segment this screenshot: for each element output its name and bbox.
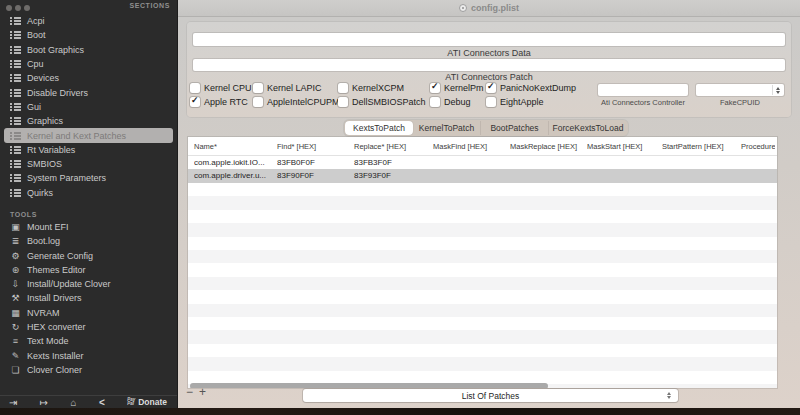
checkbox-box[interactable] <box>338 97 348 107</box>
text-lines-icon: ≡ <box>10 336 21 346</box>
zoom-window-button[interactable] <box>24 5 30 11</box>
list-icon <box>10 160 21 168</box>
sidebar-item-boot-graphics[interactable]: Boot Graphics <box>0 43 177 57</box>
ati-connectors-patch-input[interactable] <box>193 59 785 71</box>
checkbox-eightapple[interactable]: EightApple <box>486 97 544 107</box>
sidebar-item-cpu[interactable]: Cpu <box>0 57 177 71</box>
close-window-button[interactable] <box>6 5 12 11</box>
tool-item-text-mode[interactable]: ≡Text Mode <box>0 334 177 348</box>
ati-connectors-controller-input[interactable] <box>598 84 688 96</box>
sidebar-item-disable-drivers[interactable]: Disable Drivers <box>0 85 177 99</box>
checkbox-debug[interactable]: Debug <box>430 97 486 107</box>
tool-item-label: Text Mode <box>27 336 69 346</box>
table-header: Name*Find* [HEX]Replace* [HEX]MaskFind [… <box>188 137 777 156</box>
checkbox-box[interactable] <box>190 83 200 93</box>
checkbox-label: Debug <box>444 97 471 107</box>
horizontal-scrollbar-thumb[interactable] <box>190 383 548 388</box>
clone-icon: ❏ <box>10 365 21 375</box>
tab-bootpatches[interactable]: BootPatches <box>480 121 548 135</box>
column-header-find-hex[interactable]: Find* [HEX] <box>277 142 351 151</box>
sidebar-item-quirks[interactable]: Quirks <box>0 186 177 200</box>
sidebar-item-rt-variables[interactable]: Rt Variables <box>0 143 177 157</box>
tool-item-hex-converter[interactable]: ↻HEX converter <box>0 320 177 334</box>
checkbox-box[interactable] <box>190 97 200 107</box>
checkbox-apple-rtc[interactable]: Apple RTC <box>190 97 253 107</box>
column-header-startpattern-hex[interactable]: StartPattern [HEX] <box>662 142 738 151</box>
share-icon[interactable]: < <box>99 397 105 408</box>
checkbox-kernelxcpm[interactable]: KernelXCPM <box>338 83 430 93</box>
fakecpuid-combobox[interactable] <box>696 84 784 96</box>
tool-item-kexts-installer[interactable]: ✎Kexts Installer <box>0 349 177 363</box>
table-cell: 83FB0F0F <box>277 158 351 167</box>
tool-item-label: Install/Update Clover <box>27 279 111 289</box>
tool-item-label: Install Drivers <box>27 293 82 303</box>
column-header-maskreplace-hex[interactable]: MaskReplace [HEX] <box>510 142 584 151</box>
minimize-window-button[interactable] <box>15 5 21 11</box>
tool-item-clover-cloner[interactable]: ❏Clover Cloner <box>0 363 177 377</box>
checkbox-box[interactable] <box>486 83 496 93</box>
checkbox-box[interactable] <box>253 83 263 93</box>
column-header-replace-hex[interactable]: Replace* [HEX] <box>354 142 430 151</box>
tab-kerneltopatch[interactable]: KernelToPatch <box>413 121 480 135</box>
table-row[interactable]: com.apple.iokit.IO...83FB0F0F83FB3F0F <box>188 156 777 169</box>
checkbox-box[interactable] <box>486 97 496 107</box>
export-icon[interactable]: ↦ <box>40 397 48 408</box>
tool-item-boot-log[interactable]: ≣Boot.log <box>0 234 177 248</box>
checkbox-kernel-lapic[interactable]: Kernel LAPIC <box>253 83 338 93</box>
tool-item-nvram[interactable]: ▦NVRAM <box>0 306 177 320</box>
document-proxy-icon <box>459 4 467 12</box>
home-icon[interactable]: ⌂ <box>71 397 77 408</box>
tool-item-label: HEX converter <box>27 322 86 332</box>
tool-item-generate-config[interactable]: ⚙Generate Config <box>0 248 177 262</box>
sidebar-item-boot[interactable]: Boot <box>0 28 177 42</box>
sidebar-item-smbios[interactable]: SMBIOS <box>0 157 177 171</box>
sidebar-item-acpi[interactable]: Acpi <box>0 14 177 28</box>
tool-item-mount-efi[interactable]: ▣Mount EFI <box>0 220 177 234</box>
column-header-maskstart-hex[interactable]: MaskStart [HEX] <box>587 142 659 151</box>
sidebar-item-label: Cpu <box>27 59 44 69</box>
checkbox-label: AppleIntelCPUPM <box>267 97 340 107</box>
ati-connectors-data-input[interactable] <box>193 33 785 46</box>
column-header-maskfind-hex[interactable]: MaskFind [HEX] <box>433 142 507 151</box>
column-header-name[interactable]: Name* <box>194 142 274 151</box>
list-icon <box>10 189 21 197</box>
stepper-icon[interactable] <box>772 85 783 95</box>
patches-table: Name*Find* [HEX]Replace* [HEX]MaskFind [… <box>188 137 777 388</box>
tool-item-themes-editor[interactable]: ⊛Themes Editor <box>0 263 177 277</box>
checkbox-box[interactable] <box>253 97 263 107</box>
checkbox-box[interactable] <box>338 83 348 93</box>
tool-item-install-update-clover[interactable]: ⇩Install/Update Clover <box>0 277 177 291</box>
paypal-donate-button[interactable]: Pay Pal Donate <box>127 397 167 407</box>
sidebar-item-gui[interactable]: Gui <box>0 100 177 114</box>
checkbox-appleintelcpupm[interactable]: AppleIntelCPUPM <box>253 97 338 107</box>
patch-tabs: KextsToPatchKernelToPatchBootPatchesForc… <box>344 120 628 136</box>
sidebar-item-kernel-and-kext-patches[interactable]: Kernel and Kext Patches <box>4 128 173 142</box>
tab-kextstopatch[interactable]: KextsToPatch <box>345 121 413 135</box>
sidebar-item-label: System Parameters <box>27 173 106 183</box>
checkbox-label: Kernel CPU <box>204 83 252 93</box>
list-of-patches-dropdown[interactable]: List Of Patches <box>303 389 678 402</box>
sidebar-item-label: Boot <box>27 30 46 40</box>
sidebar-item-system-parameters[interactable]: System Parameters <box>0 171 177 185</box>
import-icon[interactable]: ⇥ <box>9 397 17 408</box>
checkbox-kernel-cpu[interactable]: Kernel CPU <box>190 83 253 93</box>
list-icon <box>10 46 21 54</box>
sidebar: SECTIONS AcpiBootBoot GraphicsCpuDevices… <box>0 0 178 408</box>
column-header-procedure[interactable]: Procedure <box>741 142 775 151</box>
checkbox-kernelpm[interactable]: KernelPm <box>430 83 486 93</box>
tool-item-install-drivers[interactable]: ⚒Install Drivers <box>0 291 177 305</box>
list-icon <box>10 89 21 97</box>
table-row[interactable]: com.apple.driver.u...83F90F0F83F93F0F <box>188 169 777 182</box>
checkbox-box[interactable] <box>430 83 440 93</box>
checkbox-panicnokextdump[interactable]: PanicNoKextDump <box>486 83 576 93</box>
tools-icon: ⚒ <box>10 293 21 303</box>
checkbox-box[interactable] <box>430 97 440 107</box>
download-icon: ⇩ <box>10 279 21 289</box>
list-icon <box>10 17 21 25</box>
tab-forcekextstoload[interactable]: ForceKextsToLoad <box>548 121 627 135</box>
sidebar-item-label: Quirks <box>27 188 53 198</box>
themes-icon: ⊛ <box>10 265 21 275</box>
sidebar-item-graphics[interactable]: Graphics <box>0 114 177 128</box>
checkbox-dellsmbiospatch[interactable]: DellSMBIOSPatch <box>338 97 430 107</box>
sidebar-item-devices[interactable]: Devices <box>0 71 177 85</box>
